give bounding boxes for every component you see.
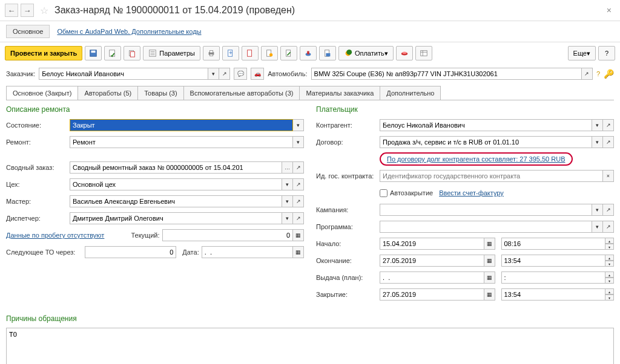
tb-icon-4[interactable]: [280, 46, 297, 60]
debt-link[interactable]: По договору долг контрагента составляет:…: [380, 152, 573, 166]
dispatcher-dd[interactable]: ▾: [282, 212, 293, 224]
start-date[interactable]: [380, 238, 484, 250]
current-cal[interactable]: ▦: [293, 229, 304, 241]
customer-info-icon[interactable]: 💬: [234, 68, 247, 80]
print-button[interactable]: [203, 46, 220, 60]
end-up[interactable]: ▴: [605, 255, 614, 261]
tb-icon-1[interactable]: [222, 46, 239, 60]
key-icon[interactable]: 🔑: [604, 69, 614, 79]
more-button[interactable]: Еще ▾: [568, 46, 596, 60]
master-open[interactable]: ↗: [293, 195, 304, 207]
campaign-dd[interactable]: ▾: [592, 204, 603, 216]
tab-materials[interactable]: Материалы заказчика: [299, 86, 380, 100]
dispatcher-input[interactable]: [70, 212, 282, 224]
date-input[interactable]: [202, 246, 293, 258]
issue-date[interactable]: [380, 271, 484, 284]
tab-goods[interactable]: Товары (3): [137, 86, 183, 100]
repair-input[interactable]: [70, 136, 293, 148]
tb-icon-7[interactable]: [396, 46, 413, 60]
close-label: Закрытие:: [316, 291, 380, 298]
customer-input[interactable]: [39, 68, 208, 80]
shop-dd[interactable]: ▾: [282, 178, 293, 190]
end-dn[interactable]: ▾: [605, 261, 614, 267]
issue-up[interactable]: ▴: [605, 271, 614, 278]
audapad-link[interactable]: Обмен с AudaPad Web. Дополнительные коды: [57, 28, 201, 35]
close-up[interactable]: ▴: [605, 288, 614, 294]
auto-open[interactable]: ↗: [582, 68, 593, 80]
tab-works[interactable]: Авторaботы (5): [78, 86, 138, 100]
start-dn[interactable]: ▾: [605, 244, 614, 250]
program-open[interactable]: ↗: [603, 221, 614, 233]
shop-open[interactable]: ↗: [293, 178, 304, 190]
dispatcher-open[interactable]: ↗: [293, 212, 304, 224]
reasons-textarea[interactable]: [6, 328, 614, 364]
end-cal[interactable]: ▦: [484, 255, 495, 267]
pay-button[interactable]: Оплатить ▾: [338, 46, 394, 60]
nav-forward[interactable]: →: [21, 4, 34, 17]
repair-dd[interactable]: ▾: [293, 136, 304, 148]
start-up[interactable]: ▴: [605, 238, 614, 244]
program-dd[interactable]: ▾: [592, 221, 603, 233]
current-input[interactable]: [162, 229, 293, 241]
auto-input[interactable]: [311, 68, 582, 80]
copy-button[interactable]: [124, 46, 140, 60]
params-button[interactable]: Параметры: [143, 46, 200, 60]
program-input[interactable]: [380, 221, 592, 233]
close-icon[interactable]: ×: [603, 5, 615, 15]
main-tab-osnovnoe[interactable]: Основное: [6, 25, 50, 38]
gov-input[interactable]: [380, 170, 603, 182]
close-time[interactable]: [501, 288, 606, 301]
date-cal[interactable]: ▦: [293, 246, 304, 258]
tb-icon-3[interactable]: [261, 46, 278, 60]
state-input[interactable]: [70, 119, 293, 131]
favorite-star-icon[interactable]: ☆: [40, 5, 48, 16]
autoclose-check[interactable]: [380, 189, 388, 197]
summary-open[interactable]: ↗: [293, 161, 304, 174]
tab-auxworks[interactable]: Вспомогательные авторaботы (3): [183, 86, 300, 100]
master-dd[interactable]: ▾: [282, 195, 293, 207]
help-button[interactable]: ?: [598, 46, 615, 60]
save-button[interactable]: [85, 46, 102, 60]
close-dn[interactable]: ▾: [605, 294, 614, 301]
cp-dd[interactable]: ▾: [592, 119, 603, 131]
end-date[interactable]: [380, 255, 484, 267]
contract-input[interactable]: [380, 136, 592, 148]
tab-additional[interactable]: Дополнительно: [380, 86, 441, 100]
summary-more[interactable]: …: [282, 161, 293, 174]
summary-input[interactable]: [70, 161, 282, 174]
issue-time[interactable]: [501, 271, 606, 284]
campaign-input[interactable]: [380, 204, 592, 216]
save-close-button[interactable]: Провести и закрыть: [5, 46, 82, 60]
nextto-input[interactable]: [85, 246, 176, 258]
state-dd[interactable]: ▾: [293, 119, 304, 131]
gov-clear[interactable]: ×: [603, 170, 614, 182]
mileage-link[interactable]: Данные по пробегу отсутствуют: [6, 232, 131, 239]
summary-label: Сводный заказ:: [6, 164, 70, 171]
contract-dd[interactable]: ▾: [592, 136, 603, 148]
start-cal[interactable]: ▦: [484, 238, 495, 250]
master-input[interactable]: [70, 195, 282, 207]
start-time[interactable]: [501, 238, 606, 250]
tb-icon-2[interactable]: [242, 46, 259, 60]
cp-open[interactable]: ↗: [603, 119, 614, 131]
contract-open[interactable]: ↗: [603, 136, 614, 148]
customer-car-icon[interactable]: 🚗: [251, 68, 264, 80]
close-cal[interactable]: ▦: [484, 288, 495, 301]
close-date[interactable]: [380, 288, 484, 301]
invoice-link[interactable]: Ввести счет-фактуру: [439, 189, 504, 197]
issue-cal[interactable]: ▦: [484, 271, 495, 284]
shop-input[interactable]: [70, 178, 282, 190]
nav-back[interactable]: ←: [5, 4, 18, 17]
cp-input[interactable]: [380, 119, 592, 131]
customer-open[interactable]: ↗: [219, 68, 230, 80]
tb-icon-8[interactable]: [415, 46, 432, 60]
tb-icon-6[interactable]: [319, 46, 336, 60]
campaign-open[interactable]: ↗: [603, 204, 614, 216]
help-tip-icon[interactable]: ?: [596, 70, 600, 77]
post-button[interactable]: [104, 46, 121, 60]
end-time[interactable]: [501, 255, 606, 267]
customer-dropdown[interactable]: ▾: [208, 68, 219, 80]
tb-icon-5[interactable]: [300, 46, 317, 60]
tab-main[interactable]: Основное (Закрыт): [6, 86, 78, 100]
issue-dn[interactable]: ▾: [605, 278, 614, 284]
